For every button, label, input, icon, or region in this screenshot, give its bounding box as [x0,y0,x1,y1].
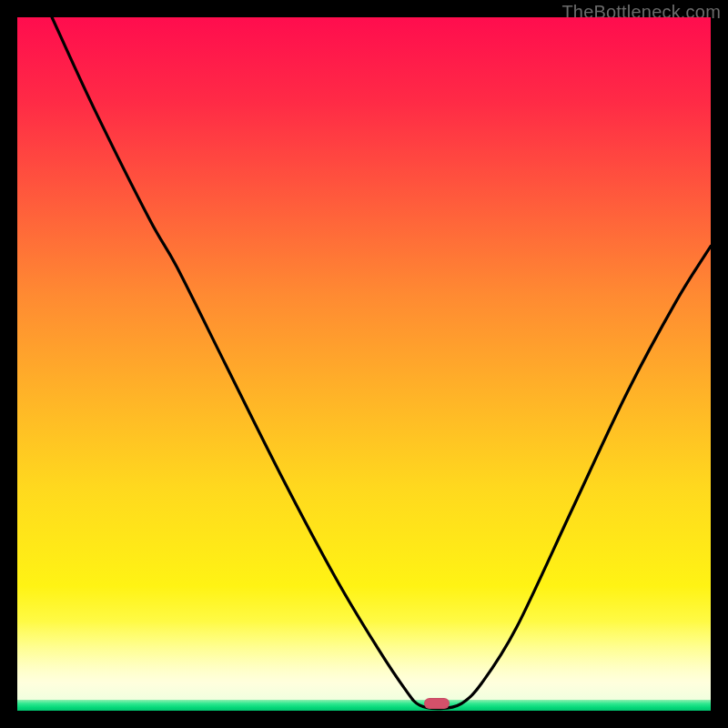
plot-area [17,17,711,711]
bottleneck-curve [17,17,711,711]
chart-stage: TheBottleneck.com [0,0,728,728]
optimum-marker [424,698,450,709]
